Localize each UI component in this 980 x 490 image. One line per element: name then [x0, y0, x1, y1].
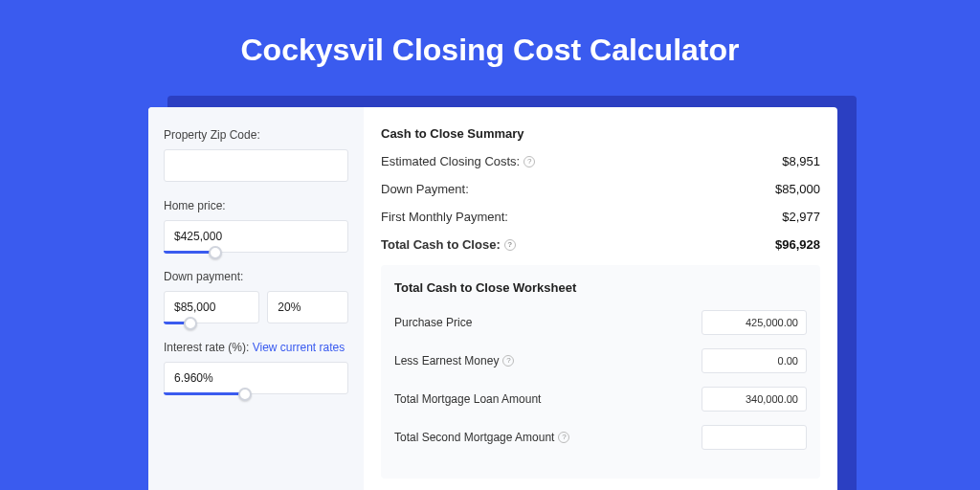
home-price-label: Home price: — [164, 199, 348, 212]
help-icon[interactable]: ? — [558, 432, 569, 443]
results-panel: Cash to Close Summary Estimated Closing … — [364, 107, 837, 490]
worksheet-label: Total Mortgage Loan Amount — [394, 392, 541, 406]
summary-total-label: Total Cash to Close: — [381, 237, 501, 252]
inputs-sidebar: Property Zip Code: Home price: Down paym… — [148, 107, 364, 490]
summary-row-down-payment: Down Payment: $85,000 — [381, 182, 820, 196]
home-price-input[interactable] — [164, 220, 348, 253]
summary-total-value: $96,928 — [775, 237, 820, 252]
interest-rate-slider-wrap — [164, 362, 348, 394]
worksheet-title: Total Cash to Close Worksheet — [394, 280, 807, 295]
interest-rate-input[interactable] — [164, 362, 348, 394]
worksheet-input-earnest-money[interactable] — [702, 348, 807, 373]
worksheet-row-second-mortgage: Total Second Mortgage Amount ? — [394, 425, 807, 450]
interest-rate-slider-handle[interactable] — [238, 388, 252, 401]
help-icon[interactable]: ? — [523, 156, 535, 167]
summary-label: Estimated Closing Costs: — [381, 154, 520, 168]
worksheet-label: Purchase Price — [394, 316, 472, 329]
zip-label: Property Zip Code: — [164, 128, 348, 142]
interest-rate-label-text: Interest rate (%): — [164, 341, 249, 354]
summary-value: $85,000 — [775, 182, 820, 196]
worksheet-input-purchase-price[interactable] — [702, 310, 807, 335]
worksheet-label: Total Second Mortgage Amount — [394, 431, 554, 444]
down-payment-field-group: Down payment: — [164, 270, 348, 323]
interest-rate-slider-track — [164, 392, 245, 395]
home-price-slider-wrap — [164, 220, 348, 253]
summary-value: $2,977 — [782, 210, 820, 224]
summary-row-total: Total Cash to Close: ? $96,928 — [381, 237, 820, 252]
zip-input[interactable] — [164, 149, 348, 182]
worksheet-panel: Total Cash to Close Worksheet Purchase P… — [381, 265, 820, 479]
worksheet-input-mortgage-amount[interactable] — [702, 387, 807, 412]
down-payment-amount-input[interactable] — [164, 291, 259, 323]
help-icon[interactable]: ? — [504, 239, 516, 251]
down-payment-amount-wrap — [164, 291, 259, 323]
interest-rate-field-group: Interest rate (%): View current rates — [164, 341, 348, 394]
summary-label: First Monthly Payment: — [381, 210, 508, 224]
page-title: Cockysvil Closing Cost Calculator — [0, 0, 980, 95]
home-price-slider-track — [164, 251, 215, 254]
help-icon[interactable]: ? — [502, 355, 514, 367]
worksheet-label: Less Earnest Money — [394, 354, 499, 368]
home-price-slider-handle[interactable] — [209, 246, 222, 259]
summary-row-first-payment: First Monthly Payment: $2,977 — [381, 210, 820, 224]
worksheet-row-earnest-money: Less Earnest Money ? — [394, 348, 807, 373]
view-rates-link[interactable]: View current rates — [253, 341, 345, 354]
worksheet-input-second-mortgage[interactable] — [702, 425, 807, 450]
down-payment-label: Down payment: — [164, 270, 348, 283]
zip-field-group: Property Zip Code: — [164, 128, 348, 182]
interest-rate-label: Interest rate (%): View current rates — [164, 341, 348, 354]
summary-label: Down Payment: — [381, 182, 469, 196]
worksheet-row-mortgage-amount: Total Mortgage Loan Amount — [394, 387, 807, 412]
calculator-card: Property Zip Code: Home price: Down paym… — [148, 107, 837, 490]
summary-row-closing-costs: Estimated Closing Costs: ? $8,951 — [381, 154, 820, 168]
worksheet-row-purchase-price: Purchase Price — [394, 310, 807, 335]
home-price-field-group: Home price: — [164, 199, 348, 253]
down-payment-slider-handle[interactable] — [184, 317, 197, 330]
down-payment-percent-input[interactable] — [267, 291, 348, 323]
summary-value: $8,951 — [782, 154, 820, 168]
summary-title: Cash to Close Summary — [381, 126, 820, 141]
